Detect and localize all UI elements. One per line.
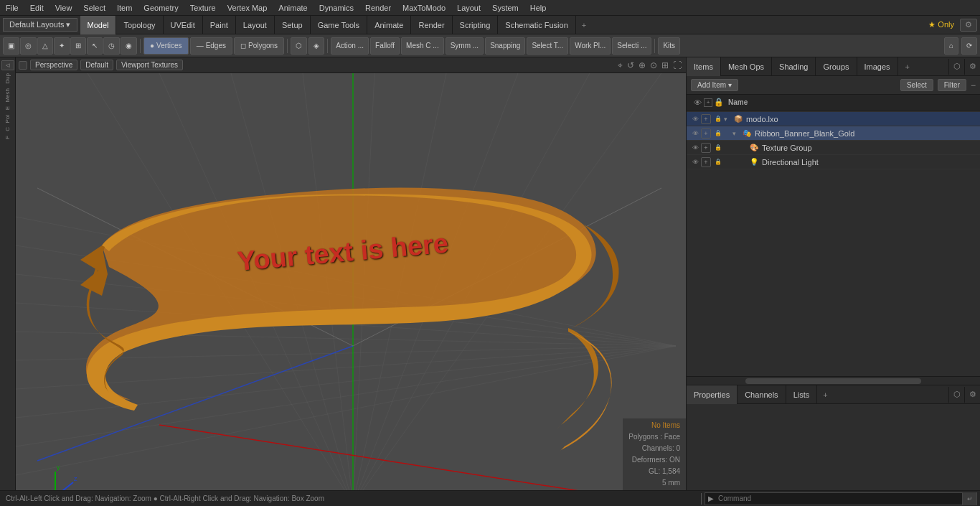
menu-animate[interactable]: Animate [273,2,313,14]
layout-tab-game-tools[interactable]: Game Tools [311,16,368,34]
viewport-textures-btn[interactable]: Viewport Textures [116,60,183,70]
items-tab-add[interactable]: + [900,60,915,74]
tb-select-btn[interactable]: ↖ [87,37,103,55]
scene-tree[interactable]: 👁 + 🔒 ▾ 📦 modo.lxo 👁 + 🔒 ▾ 🎭 Ribbon_Bann… [687,111,980,376]
tree-eye-plus-0[interactable]: + [701,114,711,124]
items-select-button[interactable]: Select [900,79,933,91]
menu-layout[interactable]: Layout [451,2,486,14]
tb-circle2-btn[interactable]: ◉ [121,37,137,55]
tb-rotate-btn[interactable]: ◷ [103,37,120,55]
panel-expand-icon[interactable]: ⬡ [948,59,964,75]
layout-tab-layout[interactable]: Layout [236,16,275,34]
tree-eye-2[interactable]: 👁 [689,142,701,154]
tree-row-modo[interactable]: 👁 + 🔒 ▾ 📦 modo.lxo [687,112,980,126]
kits-btn[interactable]: Kits [658,37,680,55]
items-filter-button[interactable]: Filter [938,79,966,91]
menu-edit[interactable]: Edit [24,2,50,14]
tree-expand-0[interactable]: ▾ [724,116,732,123]
menu-geometry[interactable]: Geometry [138,2,184,14]
falloff-btn[interactable]: Falloff [370,37,400,55]
vp-zoom-icon[interactable]: ⊕ [637,60,647,70]
polygons-btn[interactable]: ◻ Polygons [234,37,284,55]
work-pl-btn[interactable]: Work Pl... [570,37,611,55]
tb-sphere2-btn[interactable]: ◈ [308,37,324,55]
tab-items[interactable]: Items [687,57,721,76]
tree-eye-plus-3[interactable]: + [701,157,711,167]
tree-row-texture[interactable]: 👁 + 🔒 🎨 Texture Group [687,141,980,155]
tree-row-light[interactable]: 👁 + 🔒 💡 Directional Light [687,155,980,169]
mesh-c-btn[interactable]: Mesh C ... [401,37,444,55]
vertices-btn[interactable]: ● Vertices [143,37,189,55]
tab-images[interactable]: Images [857,57,898,76]
prop-tab-add[interactable]: + [817,388,833,402]
tree-lock-1[interactable]: 🔒 [712,128,724,139]
tree-eye-plus-2[interactable]: + [701,143,711,153]
vp-rotate-icon[interactable]: ↺ [626,60,636,70]
items-minus-icon[interactable]: − [971,80,976,90]
default-layouts-button[interactable]: Default Layouts ▾ [3,18,77,32]
menu-file[interactable]: File [0,2,24,14]
tree-lock-0[interactable]: 🔒 [712,113,724,125]
layout-tab-model[interactable]: Model [80,16,117,34]
tab-shading[interactable]: Shading [772,57,816,76]
vp-camera-icon[interactable]: ⊙ [649,60,659,70]
sidebar-mesh[interactable]: Mesh [3,87,12,104]
tb-nav-btn-2[interactable]: ⟳ [961,37,977,55]
default-shading-btn[interactable]: Default [80,60,113,70]
menu-select[interactable]: Select [77,2,111,14]
sidebar-c[interactable]: C [3,126,12,133]
tb-toggle-btn[interactable]: ▣ [3,37,19,55]
viewport-canvas[interactable]: Your text is here x y z No Items Polygo [16,73,686,490]
command-input[interactable] [717,495,962,502]
vp-expand-icon[interactable]: ⊞ [660,60,670,70]
tab-channels[interactable]: Channels [738,385,786,404]
layout-tab-schematic-fusion[interactable]: Schematic Fusion [498,16,575,34]
prop-expand-icon[interactable]: ⬡ [948,387,964,403]
tb-grid-btn[interactable]: ⊞ [70,37,86,55]
layout-tab-uvedit[interactable]: UVEdit [164,16,203,34]
menu-dynamics[interactable]: Dynamics [314,2,359,14]
tb-transform-btn[interactable]: △ [37,37,53,55]
sidebar-e[interactable]: E [3,105,12,111]
layout-tab-scripting[interactable]: Scripting [453,16,499,34]
menu-maxtomodo[interactable]: MaxToModo [397,2,451,14]
action-btn[interactable]: Action ... [331,37,369,55]
snapping-btn[interactable]: Snapping [485,37,525,55]
viewport-area[interactable]: Perspective Default Viewport Textures ⌖ … [16,57,686,490]
tab-groups[interactable]: Groups [816,57,857,76]
vp-home-icon[interactable]: ⌖ [616,60,624,70]
tab-mesh-ops[interactable]: Mesh Ops [721,57,772,76]
tree-eye-0[interactable]: 👁 [689,113,701,125]
perspective-btn[interactable]: Perspective [30,60,77,70]
viewport-menu-btn[interactable] [19,61,27,70]
sidebar-pol[interactable]: Pol [3,113,12,125]
menu-view[interactable]: View [50,2,78,14]
tree-eye-3[interactable]: 👁 [689,156,701,168]
tb-nav-btn-1[interactable]: ⌂ [944,37,958,55]
tree-lock-2[interactable]: 🔒 [712,142,724,154]
sidebar-toggle[interactable]: ◁ [1,60,14,70]
layout-tab-render[interactable]: Render [411,16,452,34]
tab-properties[interactable]: Properties [687,385,738,404]
cmd-go-button[interactable]: ↵ [962,492,976,505]
layout-star-only[interactable]: ★ Only [923,19,960,31]
layout-tab-animate[interactable]: Animate [367,16,411,34]
tree-row-ribbon[interactable]: 👁 + 🔒 ▾ 🎭 Ribbon_Banner_Blank_Gold [687,126,980,141]
edges-btn[interactable]: — Edges [190,37,232,55]
select-t-btn[interactable]: Select T... [527,37,568,55]
menu-system[interactable]: System [486,2,524,14]
sidebar-f[interactable]: F [3,134,12,141]
prop-settings-icon[interactable]: ⚙ [964,387,980,403]
selecti-btn[interactable]: Selecti ... [612,37,651,55]
panel-settings-icon[interactable]: ⚙ [964,59,980,75]
menu-help[interactable]: Help [524,2,552,14]
menu-item[interactable]: Item [111,2,138,14]
layout-settings-icon[interactable]: ⚙ [960,19,977,32]
tree-lock-3[interactable]: 🔒 [712,156,724,168]
layout-tab-topology[interactable]: Topology [116,16,163,34]
sidebar-dup[interactable]: Dup [3,72,12,85]
layout-tab-add[interactable]: + [576,19,592,32]
tb-circle-btn[interactable]: ◎ [20,37,37,55]
menu-texture[interactable]: Texture [184,2,222,14]
tree-expand-1[interactable]: ▾ [732,130,741,137]
